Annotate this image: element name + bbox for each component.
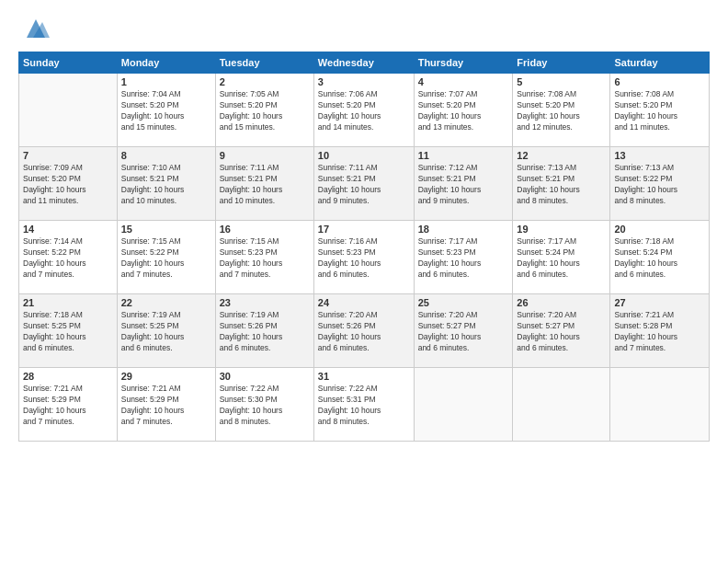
calendar-cell: 21Sunrise: 7:18 AM Sunset: 5:25 PM Dayli… [19, 294, 118, 368]
day-info: Sunrise: 7:07 AM Sunset: 5:20 PM Dayligh… [418, 89, 509, 133]
calendar-cell: 13Sunrise: 7:13 AM Sunset: 5:22 PM Dayli… [610, 147, 710, 221]
calendar-cell: 14Sunrise: 7:14 AM Sunset: 5:22 PM Dayli… [19, 221, 118, 294]
day-number: 4 [418, 76, 509, 87]
calendar-cell: 3Sunrise: 7:06 AM Sunset: 5:20 PM Daylig… [313, 74, 414, 147]
day-info: Sunrise: 7:06 AM Sunset: 5:20 PM Dayligh… [318, 89, 410, 133]
calendar-cell: 29Sunrise: 7:21 AM Sunset: 5:29 PM Dayli… [117, 368, 215, 442]
day-number: 22 [121, 297, 211, 308]
calendar-cell: 27Sunrise: 7:21 AM Sunset: 5:28 PM Dayli… [610, 294, 710, 368]
calendar-week-row: 28Sunrise: 7:21 AM Sunset: 5:29 PM Dayli… [19, 368, 710, 442]
calendar-cell: 12Sunrise: 7:13 AM Sunset: 5:21 PM Dayli… [513, 147, 610, 221]
calendar-cell: 9Sunrise: 7:11 AM Sunset: 5:21 PM Daylig… [215, 147, 313, 221]
day-info: Sunrise: 7:18 AM Sunset: 5:24 PM Dayligh… [614, 236, 705, 281]
day-info: Sunrise: 7:11 AM Sunset: 5:21 PM Dayligh… [318, 163, 410, 207]
calendar-col-saturday: Saturday [610, 52, 710, 74]
calendar-cell: 28Sunrise: 7:21 AM Sunset: 5:29 PM Dayli… [19, 368, 118, 442]
calendar-cell: 10Sunrise: 7:11 AM Sunset: 5:21 PM Dayli… [313, 147, 414, 221]
day-info: Sunrise: 7:18 AM Sunset: 5:25 PM Dayligh… [23, 310, 113, 354]
calendar-cell: 7Sunrise: 7:09 AM Sunset: 5:20 PM Daylig… [19, 147, 118, 221]
day-number: 25 [418, 297, 509, 308]
calendar-cell: 4Sunrise: 7:07 AM Sunset: 5:20 PM Daylig… [414, 74, 513, 147]
calendar-cell: 15Sunrise: 7:15 AM Sunset: 5:22 PM Dayli… [117, 221, 215, 294]
calendar-cell: 24Sunrise: 7:20 AM Sunset: 5:26 PM Dayli… [313, 294, 414, 368]
calendar-cell: 30Sunrise: 7:22 AM Sunset: 5:30 PM Dayli… [215, 368, 313, 442]
calendar-cell: 6Sunrise: 7:08 AM Sunset: 5:20 PM Daylig… [610, 74, 710, 147]
calendar-cell: 11Sunrise: 7:12 AM Sunset: 5:21 PM Dayli… [414, 147, 513, 221]
calendar-cell: 22Sunrise: 7:19 AM Sunset: 5:25 PM Dayli… [117, 294, 215, 368]
day-info: Sunrise: 7:22 AM Sunset: 5:31 PM Dayligh… [318, 384, 410, 428]
day-number: 19 [517, 224, 606, 235]
calendar-cell: 26Sunrise: 7:20 AM Sunset: 5:27 PM Dayli… [513, 294, 610, 368]
day-info: Sunrise: 7:20 AM Sunset: 5:26 PM Dayligh… [318, 310, 410, 354]
day-info: Sunrise: 7:13 AM Sunset: 5:21 PM Dayligh… [517, 163, 606, 207]
day-number: 15 [121, 224, 211, 235]
day-number: 11 [418, 150, 509, 161]
day-number: 6 [614, 76, 705, 87]
day-number: 31 [318, 371, 410, 382]
day-number: 24 [318, 297, 410, 308]
day-info: Sunrise: 7:20 AM Sunset: 5:27 PM Dayligh… [517, 310, 606, 354]
day-info: Sunrise: 7:08 AM Sunset: 5:20 PM Dayligh… [614, 89, 705, 133]
day-number: 27 [614, 297, 705, 308]
calendar-week-row: 14Sunrise: 7:14 AM Sunset: 5:22 PM Dayli… [19, 221, 710, 294]
day-info: Sunrise: 7:11 AM Sunset: 5:21 PM Dayligh… [220, 163, 310, 207]
day-info: Sunrise: 7:12 AM Sunset: 5:21 PM Dayligh… [418, 163, 509, 207]
calendar-cell [610, 368, 710, 442]
calendar-cell: 16Sunrise: 7:15 AM Sunset: 5:23 PM Dayli… [215, 221, 313, 294]
day-number: 1 [121, 76, 211, 87]
day-info: Sunrise: 7:14 AM Sunset: 5:22 PM Dayligh… [23, 236, 113, 281]
day-info: Sunrise: 7:20 AM Sunset: 5:27 PM Dayligh… [418, 310, 509, 354]
calendar-cell: 18Sunrise: 7:17 AM Sunset: 5:23 PM Dayli… [414, 221, 513, 294]
day-info: Sunrise: 7:05 AM Sunset: 5:20 PM Dayligh… [220, 89, 310, 133]
day-number: 16 [220, 224, 310, 235]
day-number: 7 [23, 150, 113, 161]
day-info: Sunrise: 7:21 AM Sunset: 5:29 PM Dayligh… [23, 384, 113, 428]
page-header [18, 15, 710, 42]
day-number: 21 [23, 297, 113, 308]
calendar-cell: 19Sunrise: 7:17 AM Sunset: 5:24 PM Dayli… [513, 221, 610, 294]
day-number: 14 [23, 224, 113, 235]
day-number: 30 [220, 371, 310, 382]
day-number: 28 [23, 371, 113, 382]
calendar-cell: 20Sunrise: 7:18 AM Sunset: 5:24 PM Dayli… [610, 221, 710, 294]
calendar-cell [19, 74, 118, 147]
day-number: 12 [517, 150, 606, 161]
calendar-cell: 1Sunrise: 7:04 AM Sunset: 5:20 PM Daylig… [117, 74, 215, 147]
day-number: 26 [517, 297, 606, 308]
day-info: Sunrise: 7:22 AM Sunset: 5:30 PM Dayligh… [220, 384, 310, 428]
calendar-col-wednesday: Wednesday [313, 52, 414, 74]
day-number: 2 [220, 76, 310, 87]
calendar-col-tuesday: Tuesday [215, 52, 313, 74]
calendar-cell [414, 368, 513, 442]
day-number: 13 [614, 150, 705, 161]
calendar-cell: 2Sunrise: 7:05 AM Sunset: 5:20 PM Daylig… [215, 74, 313, 147]
calendar-cell [513, 368, 610, 442]
day-number: 8 [121, 150, 211, 161]
calendar-cell: 23Sunrise: 7:19 AM Sunset: 5:26 PM Dayli… [215, 294, 313, 368]
logo [18, 15, 50, 42]
calendar-col-thursday: Thursday [414, 52, 513, 74]
day-info: Sunrise: 7:15 AM Sunset: 5:23 PM Dayligh… [220, 236, 310, 281]
calendar-table: SundayMondayTuesdayWednesdayThursdayFrid… [18, 52, 710, 442]
day-info: Sunrise: 7:10 AM Sunset: 5:21 PM Dayligh… [121, 163, 211, 207]
day-number: 9 [220, 150, 310, 161]
day-number: 3 [318, 76, 410, 87]
day-number: 20 [614, 224, 705, 235]
calendar-week-row: 1Sunrise: 7:04 AM Sunset: 5:20 PM Daylig… [19, 74, 710, 147]
calendar-cell: 8Sunrise: 7:10 AM Sunset: 5:21 PM Daylig… [117, 147, 215, 221]
day-number: 23 [220, 297, 310, 308]
calendar-col-friday: Friday [513, 52, 610, 74]
calendar-week-row: 7Sunrise: 7:09 AM Sunset: 5:20 PM Daylig… [19, 147, 710, 221]
day-info: Sunrise: 7:08 AM Sunset: 5:20 PM Dayligh… [517, 89, 606, 133]
day-info: Sunrise: 7:19 AM Sunset: 5:25 PM Dayligh… [121, 310, 211, 354]
calendar-header-row: SundayMondayTuesdayWednesdayThursdayFrid… [19, 52, 710, 74]
calendar-cell: 5Sunrise: 7:08 AM Sunset: 5:20 PM Daylig… [513, 74, 610, 147]
day-info: Sunrise: 7:13 AM Sunset: 5:22 PM Dayligh… [614, 163, 705, 207]
calendar-cell: 31Sunrise: 7:22 AM Sunset: 5:31 PM Dayli… [313, 368, 414, 442]
day-info: Sunrise: 7:17 AM Sunset: 5:24 PM Dayligh… [517, 236, 606, 281]
day-info: Sunrise: 7:15 AM Sunset: 5:22 PM Dayligh… [121, 236, 211, 281]
calendar-week-row: 21Sunrise: 7:18 AM Sunset: 5:25 PM Dayli… [19, 294, 710, 368]
day-number: 18 [418, 224, 509, 235]
day-number: 5 [517, 76, 606, 87]
day-number: 17 [318, 224, 410, 235]
